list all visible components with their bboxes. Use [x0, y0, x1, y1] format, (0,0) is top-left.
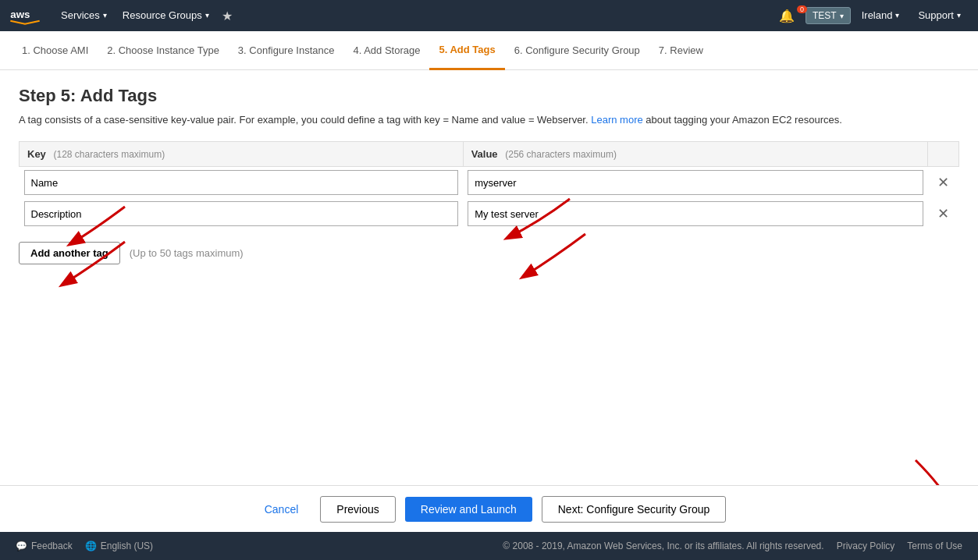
- wizard-step-2[interactable]: 2. Choose Instance Type: [98, 31, 229, 70]
- chat-icon: 💬: [16, 541, 27, 551]
- globe-icon: 🌐: [85, 541, 97, 551]
- value-input-2[interactable]: [468, 201, 923, 226]
- add-tag-row: Add another tag (Up to 50 tags maximum): [19, 242, 959, 264]
- region-menu[interactable]: Ireland ▾: [854, 0, 908, 31]
- previous-button[interactable]: Previous: [320, 496, 395, 523]
- remove-tag-button-2[interactable]: ✕: [933, 205, 954, 222]
- table-row: ✕: [20, 167, 959, 199]
- services-menu[interactable]: Services ▾: [53, 0, 115, 31]
- bottom-action-bar: Cancel Previous Review and Launch Next: …: [0, 485, 978, 532]
- bell-icon: 🔔: [779, 9, 795, 23]
- language-selector[interactable]: 🌐 English (US): [85, 541, 153, 551]
- key-input-2[interactable]: [24, 201, 459, 226]
- favorites-icon[interactable]: ★: [217, 9, 237, 23]
- services-chevron-icon: ▾: [103, 0, 107, 31]
- top-navigation: aws Services ▾ Resource Groups ▾ ★ 🔔 0 T…: [0, 0, 978, 31]
- wizard-step-6[interactable]: 6. Configure Security Group: [505, 31, 649, 70]
- wizard-step-5[interactable]: 5. Add Tags: [429, 31, 504, 70]
- wizard-step-3[interactable]: 3. Configure Instance: [229, 31, 344, 70]
- wizard-steps: 1. Choose AMI 2. Choose Instance Type 3.…: [0, 31, 978, 70]
- support-chevron-icon: ▾: [957, 0, 961, 31]
- tags-table: Key (128 characters maximum) Value (256 …: [19, 141, 959, 229]
- feedback-button[interactable]: 💬 Feedback: [16, 541, 73, 551]
- footer-right: © 2008 - 2019, Amazon Web Services, Inc.…: [503, 541, 962, 551]
- notifications[interactable]: 🔔 0: [771, 9, 802, 23]
- next-configure-security-group-button[interactable]: Next: Configure Security Group: [542, 496, 727, 523]
- table-row: ✕: [20, 198, 959, 229]
- wizard-step-1[interactable]: 1. Choose AMI: [12, 31, 98, 70]
- page-description: A tag consists of a case-sensitive key-v…: [19, 114, 959, 126]
- value-input-1[interactable]: [468, 170, 923, 195]
- footer-left: 💬 Feedback 🌐 English (US): [16, 541, 153, 551]
- value-column-header: Value (256 characters maximum): [463, 142, 927, 167]
- support-menu[interactable]: Support ▾: [910, 0, 969, 31]
- cancel-button[interactable]: Cancel: [252, 497, 311, 522]
- key-column-header: Key (128 characters maximum): [20, 142, 464, 167]
- resource-groups-chevron-icon: ▾: [205, 0, 209, 31]
- add-another-tag-button[interactable]: Add another tag: [19, 242, 120, 264]
- remove-tag-button-1[interactable]: ✕: [933, 174, 954, 191]
- account-menu[interactable]: TEST ▾: [806, 7, 851, 24]
- key-input-1[interactable]: [24, 170, 459, 195]
- account-chevron-icon: ▾: [840, 12, 844, 20]
- actions-column-header: [928, 142, 959, 167]
- page-footer: 💬 Feedback 🌐 English (US) © 2008 - 2019,…: [0, 532, 978, 560]
- terms-of-use-link[interactable]: Terms of Use: [907, 541, 962, 551]
- learn-more-link[interactable]: Learn more: [591, 114, 642, 126]
- nav-right: 🔔 0 TEST ▾ Ireland ▾ Support ▾: [771, 0, 969, 31]
- wizard-step-7[interactable]: 7. Review: [649, 31, 713, 70]
- review-and-launch-button[interactable]: Review and Launch: [405, 497, 532, 522]
- resource-groups-menu[interactable]: Resource Groups ▾: [115, 0, 217, 31]
- aws-logo[interactable]: aws: [9, 5, 41, 26]
- wizard-step-4[interactable]: 4. Add Storage: [343, 31, 429, 70]
- notification-badge: 0: [797, 5, 807, 13]
- add-tag-limit-note: (Up to 50 tags maximum): [130, 247, 244, 259]
- privacy-policy-link[interactable]: Privacy Policy: [837, 541, 895, 551]
- main-content: Step 5: Add Tags A tag consists of a cas…: [0, 70, 978, 485]
- svg-text:aws: aws: [10, 9, 30, 20]
- arrow-next-button-icon: [900, 452, 970, 485]
- page-title: Step 5: Add Tags: [19, 86, 959, 106]
- region-chevron-icon: ▾: [895, 0, 899, 31]
